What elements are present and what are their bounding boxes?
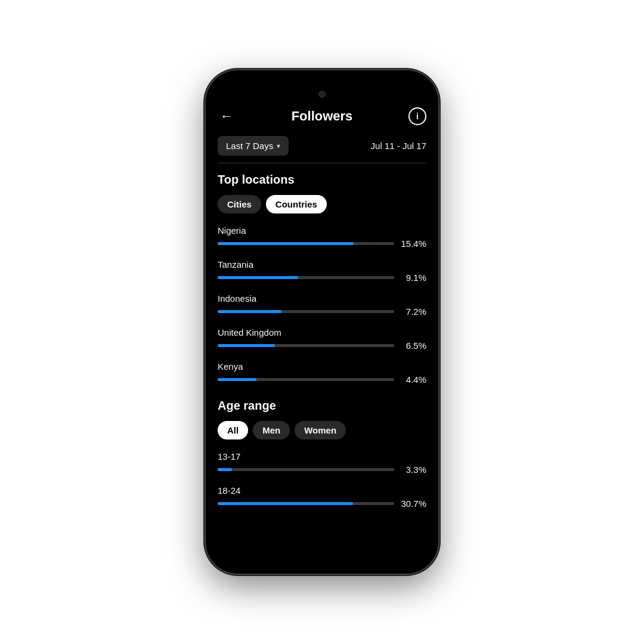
location-tabs: Cities Countries: [218, 195, 426, 213]
age-range-label: 18-24: [218, 485, 426, 496]
bar-track: [218, 276, 394, 279]
period-dropdown[interactable]: Last 7 Days ▾: [218, 136, 289, 156]
tab-women[interactable]: Women: [295, 421, 346, 439]
age-tabs: All Men Women: [218, 421, 426, 439]
tab-cities[interactable]: Cities: [218, 195, 261, 213]
age-item: 13-17 3.3%: [218, 451, 426, 475]
bar-track: [218, 242, 394, 245]
locations-title: Top locations: [218, 173, 426, 187]
bar-track: [218, 378, 394, 381]
phone-frame: ← Followers i Last 7 Days ▾ Jul 11 - Jul…: [206, 70, 438, 574]
phone-screen: ← Followers i Last 7 Days ▾ Jul 11 - Jul…: [206, 70, 438, 574]
bar-fill: [218, 310, 281, 313]
period-label: Last 7 Days: [226, 141, 273, 151]
location-item: United Kingdom 6.5%: [218, 327, 426, 351]
back-button[interactable]: ←: [218, 106, 236, 126]
filter-row: Last 7 Days ▾ Jul 11 - Jul 17: [206, 132, 438, 163]
bar-percent: 4.4%: [400, 374, 426, 385]
age-bar-track: [218, 502, 394, 505]
location-item: Nigeria 15.4%: [218, 225, 426, 249]
location-item: Tanzania 9.1%: [218, 259, 426, 283]
page-title: Followers: [292, 109, 353, 124]
chevron-down-icon: ▾: [277, 142, 280, 150]
tab-men[interactable]: Men: [253, 421, 290, 439]
age-range-label: 13-17: [218, 451, 426, 462]
age-bar-fill: [218, 468, 232, 471]
age-bar-percent: 3.3%: [400, 465, 426, 475]
bar-track: [218, 310, 394, 313]
status-bar: [206, 70, 438, 100]
tab-countries[interactable]: Countries: [266, 195, 327, 213]
age-list: 13-17 3.3% 18-24 30.7%: [218, 451, 426, 509]
bar-percent: 7.2%: [400, 306, 426, 317]
locations-section: Top locations Cities Countries Nigeria 1…: [218, 173, 426, 385]
age-bar-fill: [218, 502, 353, 505]
bar-fill: [218, 276, 298, 279]
age-bar-track: [218, 468, 394, 471]
header: ← Followers i: [206, 100, 438, 132]
bar-fill: [218, 378, 256, 381]
location-name: Tanzania: [218, 259, 426, 270]
location-item: Indonesia 7.2%: [218, 293, 426, 317]
age-title: Age range: [218, 399, 426, 413]
location-name: Indonesia: [218, 293, 426, 304]
location-name: United Kingdom: [218, 327, 426, 338]
location-name: Nigeria: [218, 225, 426, 236]
info-button[interactable]: i: [408, 107, 426, 125]
tab-all[interactable]: All: [218, 421, 248, 439]
bar-percent: 15.4%: [400, 239, 426, 249]
date-range: Jul 11 - Jul 17: [371, 141, 426, 151]
camera-dot: [318, 91, 326, 98]
bar-fill: [218, 242, 354, 245]
age-section: Age range All Men Women 13-17 3.3% 18-24: [218, 399, 426, 509]
bar-fill: [218, 344, 275, 347]
location-item: Kenya 4.4%: [218, 361, 426, 385]
bar-percent: 9.1%: [400, 273, 426, 283]
divider: [218, 163, 426, 163]
bar-track: [218, 344, 394, 347]
age-item: 18-24 30.7%: [218, 485, 426, 509]
bar-percent: 6.5%: [400, 340, 426, 351]
scrollable-content: Top locations Cities Countries Nigeria 1…: [206, 173, 438, 574]
location-list: Nigeria 15.4% Tanzania 9.1% Indonesia: [218, 225, 426, 385]
location-name: Kenya: [218, 361, 426, 371]
age-bar-percent: 30.7%: [400, 499, 426, 509]
